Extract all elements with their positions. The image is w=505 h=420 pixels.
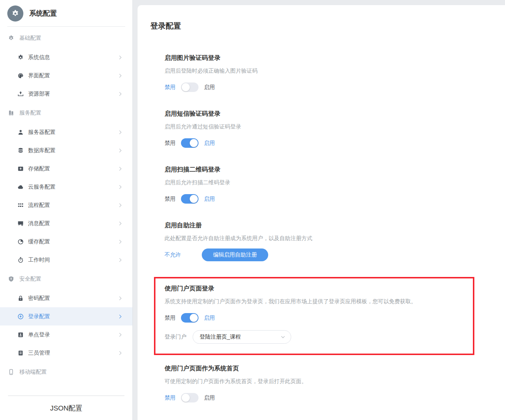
settings-card: 登录配置 启用图片验证码登录启用后登陆时必须正确输入图片验证码禁用启用启用短信验… <box>138 5 505 420</box>
login-portal-value: 登陆注册页_课程 <box>200 334 280 340</box>
flow-icon <box>18 202 24 208</box>
chevron-right-icon <box>117 55 123 60</box>
shield-icon <box>8 276 14 282</box>
gear-icon <box>18 54 24 61</box>
setting-portal-page-login: 使用门户页面登录系统支持使用定制的门户页面作为登录页，我们在应用市场上提供了登录… <box>154 277 474 355</box>
message-icon <box>18 220 24 227</box>
sidebar-item[interactable]: 数据库配置 <box>0 141 132 159</box>
sidebar-item-label: 云服务配置 <box>28 184 113 190</box>
setting-control-row: 禁用启用 <box>165 193 490 204</box>
toggle-switch[interactable] <box>181 138 198 148</box>
timer-icon <box>18 257 24 263</box>
chevron-right-icon <box>117 314 123 319</box>
toggle-on-label: 启用 <box>204 315 215 321</box>
setting-control-row: 禁用启用 <box>165 138 490 149</box>
setting-description: 启用后允许扫描二维码登录 <box>165 179 490 186</box>
json-config-link[interactable]: JSON配置 <box>0 396 132 420</box>
login-portal-label: 登录门户 <box>165 334 186 340</box>
sidebar-item[interactable]: 系统信息 <box>0 48 132 66</box>
sidebar-footer: JSON配置 <box>0 396 132 420</box>
toggle-off-label: 禁用 <box>165 394 176 401</box>
sidebar-item[interactable]: 工作时间 <box>0 251 132 269</box>
edit-self-registration-button[interactable]: 编辑启用自助注册 <box>202 248 268 261</box>
sidebar-section-label: 安全配置 <box>19 275 41 282</box>
sidebar-item-label: 缓存配置 <box>28 238 113 245</box>
cloud-icon <box>18 184 24 190</box>
sidebar-item-label: 资源部署 <box>28 90 113 97</box>
sidebar-section-label: 基础配置 <box>19 35 41 42</box>
toggle-switch[interactable] <box>181 82 198 92</box>
toggle-on-label: 启用 <box>204 84 215 91</box>
sidebar-section-header[interactable]: 安全配置 <box>0 269 132 289</box>
sidebar-item[interactable]: 消息配置 <box>0 214 132 232</box>
sidebar-section-label: 移动端配置 <box>19 369 47 375</box>
sidebar-item-label: 数据库配置 <box>28 147 113 154</box>
toggle-on-label: 启用 <box>204 394 215 401</box>
sidebar-item[interactable]: 资源部署 <box>0 85 132 103</box>
app-title: 系统配置 <box>29 9 57 18</box>
cache-icon <box>18 239 24 245</box>
toggle-knob <box>190 314 198 322</box>
setting-self-registration: 启用自助注册此处配置是否允许自助注册成为系统用户，以及自助注册方式不允许编辑启用… <box>165 221 490 260</box>
setting-portal-page-home: 使用门户页面作为系统首页可使用定制的门户页面作为系统首页，登录后打开此页面。禁用… <box>165 364 490 403</box>
setting-control-row: 禁用启用 <box>165 312 466 323</box>
sidebar-item-label: 流程配置 <box>28 202 113 209</box>
sidebar-section-header[interactable]: 基础配置 <box>0 28 132 48</box>
setting-image-captcha-login: 启用图片验证码登录启用后登陆时必须正确输入图片验证码禁用启用 <box>165 54 490 93</box>
toggle-on-label: 启用 <box>204 140 215 147</box>
sidebar-item-label: 界面配置 <box>28 72 113 79</box>
sidebar-item[interactable]: 界面配置 <box>0 66 132 85</box>
chevron-right-icon <box>117 296 123 301</box>
sidebar: 系统配置 基础配置系统信息界面配置资源部署服务配置服务器配置数据库配置存储配置云… <box>0 0 133 420</box>
sidebar-item[interactable]: 流程配置 <box>0 196 132 214</box>
toggle-switch[interactable] <box>181 313 198 323</box>
chevron-right-icon <box>117 148 123 153</box>
sidebar-item[interactable]: 密码配置 <box>0 289 132 307</box>
chevron-right-icon <box>117 221 123 226</box>
app-gear-icon <box>7 5 23 22</box>
mobile-icon <box>8 369 14 375</box>
setting-title: 启用扫描二维码登录 <box>165 165 490 174</box>
chevron-right-icon <box>117 184 123 190</box>
sidebar-item[interactable]: 三员管理 <box>0 344 132 362</box>
sidebar-item-label: 三员管理 <box>28 350 113 357</box>
toggle-on-label: 启用 <box>204 196 215 203</box>
sidebar-item[interactable]: 缓存配置 <box>0 232 132 251</box>
toggle-off-label: 禁用 <box>165 140 176 147</box>
sidebar-item-label: 服务器配置 <box>28 129 113 136</box>
sidebar-item-label: 登录配置 <box>28 313 113 320</box>
sidebar-item[interactable]: 存储配置 <box>0 159 132 178</box>
chevron-right-icon <box>117 239 123 244</box>
login-portal-select[interactable]: 登陆注册页_课程 <box>193 330 291 344</box>
lock-icon <box>18 295 24 301</box>
chevron-right-icon <box>117 332 123 338</box>
sidebar-item-label: 工作时间 <box>28 257 113 263</box>
sidebar-section-header[interactable]: 服务配置 <box>0 103 132 123</box>
login-portal-row: 登录门户登陆注册页_课程 <box>165 330 466 344</box>
sidebar-item-label: 单点登录 <box>28 331 113 338</box>
setting-description: 启用后登陆时必须正确输入图片验证码 <box>165 68 490 74</box>
sidebar-item-label: 存储配置 <box>28 165 113 172</box>
setting-qrcode-login: 启用扫描二维码登录启用后允许扫描二维码登录禁用启用 <box>165 165 490 204</box>
sso-icon <box>18 332 24 338</box>
sidebar-item[interactable]: 登录配置 <box>0 307 132 325</box>
service-person-icon <box>18 129 24 135</box>
sidebar-item-label: 系统信息 <box>28 54 113 61</box>
gear-icon <box>8 35 14 41</box>
sidebar-item[interactable]: 云服务配置 <box>0 178 132 196</box>
chevron-down-icon <box>280 334 286 340</box>
chevron-right-icon <box>117 130 123 135</box>
toggle-switch[interactable] <box>181 194 198 204</box>
setting-title: 启用短信验证码登录 <box>165 109 490 118</box>
sidebar-item[interactable]: 单点登录 <box>0 325 132 344</box>
setting-description: 可使用定制的门户页面作为系统首页，登录后打开此页面。 <box>165 378 490 385</box>
registration-status-label: 不允许 <box>165 251 181 258</box>
toggle-switch[interactable] <box>181 393 198 402</box>
setting-description: 系统支持使用定制的门户页面作为登录页，我们在应用市场上提供了登录页应用模板，您可… <box>165 298 466 305</box>
sidebar-item[interactable]: 服务器配置 <box>0 123 132 141</box>
setting-control-row: 禁用启用 <box>165 392 490 403</box>
login-icon <box>18 313 24 320</box>
toggle-knob <box>190 195 198 203</box>
sidebar-section-header[interactable]: 移动端配置 <box>0 362 132 382</box>
chevron-right-icon <box>117 73 123 78</box>
